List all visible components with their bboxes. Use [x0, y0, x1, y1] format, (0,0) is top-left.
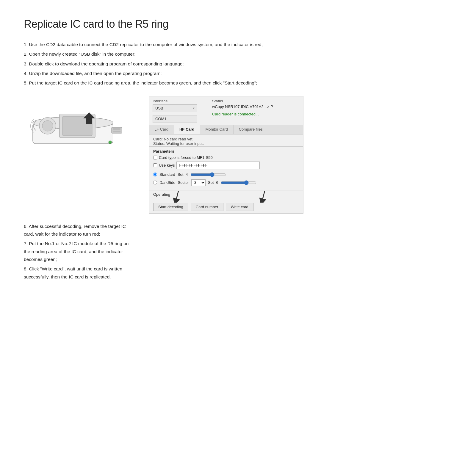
step-2: 2. Open the newly created "USB disk" in … — [24, 50, 292, 58]
tab-hf-card[interactable]: HF Card — [174, 125, 200, 134]
tab-monitor-card[interactable]: Monitor Card — [200, 125, 234, 134]
title-divider — [24, 34, 452, 34]
usb-value: USB — [155, 106, 163, 110]
force-mf1-label: Card type is forced to MF1-S50 — [159, 155, 213, 160]
darkside-slider-container — [221, 180, 299, 185]
force-mf1-row: Card type is forced to MF1-S50 — [153, 155, 299, 160]
standard-set-label: Set — [178, 172, 184, 177]
interface-status-row: Interface USB ▾ COM1 Status wCopy NSR107… — [149, 96, 303, 125]
darkside-set-value: 6 — [216, 180, 218, 185]
step-8: 8. Click "Write card", wait until the ca… — [24, 265, 131, 281]
params-label: Parameters — [153, 149, 299, 154]
main-section: Interface USB ▾ COM1 Status wCopy NSR107… — [24, 96, 452, 214]
lower-section: 6. After successful decoding, remove the… — [24, 223, 452, 283]
use-keys-checkbox[interactable] — [153, 163, 157, 167]
svg-rect-9 — [113, 131, 120, 132]
standard-row: Standard Set 4 — [153, 172, 299, 177]
sector-label: Sector — [178, 180, 189, 185]
svg-point-6 — [42, 120, 53, 131]
tab-lf-card[interactable]: LF Card — [149, 125, 174, 134]
svg-point-10 — [109, 141, 112, 144]
buttons-row: Start decoding Card number Write card — [153, 203, 299, 211]
step-6: 6. After successful decoding, remove the… — [24, 223, 131, 238]
card-no-read: Card: No card read yet. — [153, 137, 299, 141]
status-label: Status — [212, 99, 300, 103]
usb-arrow: ▾ — [193, 107, 195, 110]
steps-6-8: 6. After successful decoding, remove the… — [24, 223, 131, 283]
keys-input[interactable] — [176, 162, 260, 169]
step-5: 5. Put the target IC card on the IC card… — [24, 79, 292, 87]
status-waiting: Status: Waiting for user input. — [153, 141, 299, 146]
tab-compare-files[interactable]: Compare files — [234, 125, 268, 134]
ui-panel: Interface USB ▾ COM1 Status wCopy NSR107… — [149, 96, 303, 214]
svg-rect-8 — [113, 128, 120, 130]
tabs-row: LF Card HF Card Monitor Card Compare fil… — [149, 125, 303, 134]
status-col: Status wCopy NSR107-IDIC V701A2 --> P Ca… — [212, 99, 300, 116]
connected-text: Card reader is connected... — [212, 112, 300, 116]
standard-radio[interactable] — [153, 173, 157, 176]
standard-slider[interactable] — [190, 172, 226, 177]
device-illustration-col — [24, 96, 131, 154]
ui-panel-col: Interface USB ▾ COM1 Status wCopy NSR107… — [149, 96, 452, 214]
force-mf1-checkbox[interactable] — [153, 156, 157, 159]
step-3: 3. Double click to download the operatin… — [24, 60, 292, 68]
use-keys-label: Use keys — [159, 163, 175, 167]
interface-col: Interface USB ▾ COM1 — [153, 99, 212, 123]
darkside-set-label: Set — [208, 180, 214, 185]
card-number-button[interactable]: Card number — [191, 203, 223, 211]
write-card-button[interactable]: Write card — [226, 203, 253, 211]
operating-section: Operating — [149, 190, 303, 213]
step-4: 4. Unzip the downloaded file, and then o… — [24, 70, 292, 77]
com1-value: COM1 — [155, 117, 167, 121]
darkside-slider[interactable] — [221, 180, 256, 185]
sector-select[interactable]: 3 0 1 2 4 — [191, 179, 206, 186]
com1-select[interactable]: COM1 — [153, 115, 197, 123]
params-section: Parameters Card type is forced to MF1-S5… — [149, 147, 303, 190]
page-title: Replicate IC card to the R5 ring — [24, 18, 452, 30]
device-illustration — [24, 96, 125, 153]
start-decoding-button[interactable]: Start decoding — [153, 203, 188, 211]
darkside-row: DarkSide Sector 3 0 1 2 4 Set 6 — [153, 179, 299, 186]
step-1: 1. Use the CD2 data cable to connect the… — [24, 41, 292, 48]
darkside-radio[interactable] — [153, 181, 157, 184]
standard-slider-container — [190, 172, 299, 177]
card-status-row: Card: No card read yet. Status: Waiting … — [149, 134, 303, 146]
darkside-label: DarkSide — [159, 180, 175, 185]
usb-select[interactable]: USB ▾ — [153, 104, 197, 112]
standard-label: Standard — [159, 172, 175, 177]
standard-set-value: 4 — [186, 172, 188, 177]
steps-1-5: 1. Use the CD2 data cable to connect the… — [24, 41, 292, 87]
use-keys-row: Use keys — [153, 162, 299, 169]
operating-label: Operating — [153, 192, 299, 197]
status-value: wCopy NSR107-IDIC V701A2 --> P — [212, 104, 300, 109]
step-7: 7. Put the No.1 or No.2 IC module of the… — [24, 240, 131, 263]
interface-label: Interface — [153, 99, 212, 103]
ui-panel-wrapper: Interface USB ▾ COM1 Status wCopy NSR107… — [149, 96, 303, 214]
